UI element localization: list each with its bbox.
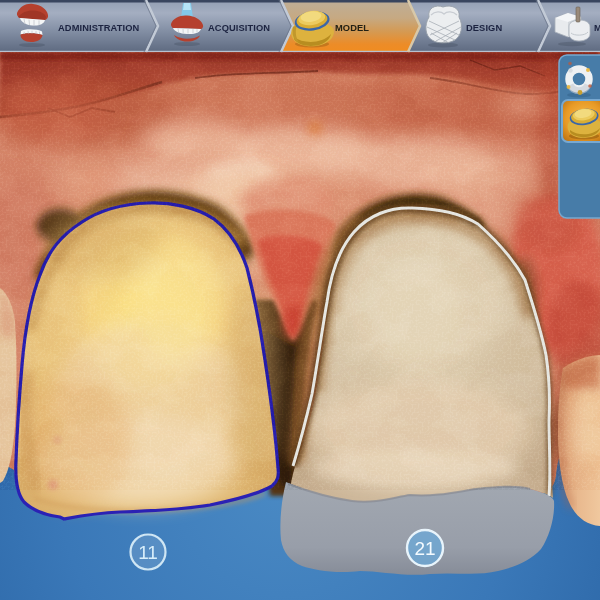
svg-text:M: M [594,23,600,33]
svg-text:DESIGN: DESIGN [466,23,502,33]
svg-text:21: 21 [414,538,435,559]
svg-text:MODEL: MODEL [335,23,369,33]
svg-text:ACQUISITION: ACQUISITION [208,23,270,33]
svg-text:11: 11 [138,542,158,563]
svg-text:ADMINISTRATION: ADMINISTRATION [58,23,139,33]
